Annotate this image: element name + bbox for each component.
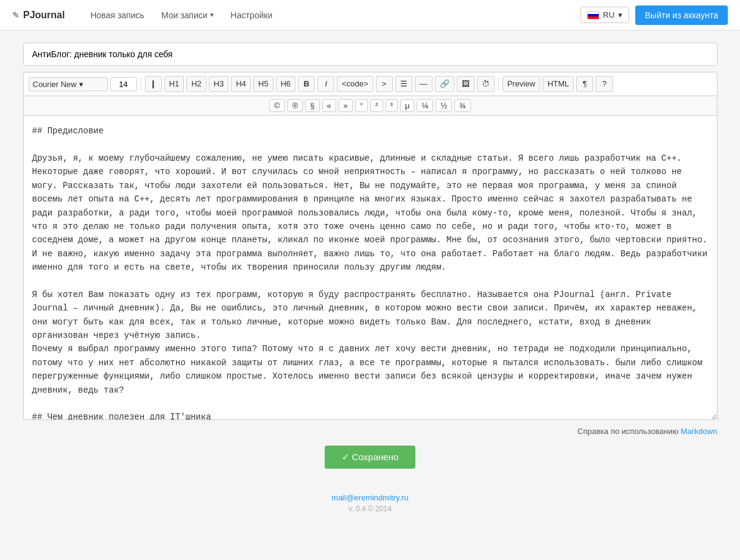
editor-footer: Справка по использованию Markdown	[23, 427, 717, 436]
footer-version: v. 0.4 © 2014	[23, 505, 717, 513]
char-btn-registered[interactable]: ®	[287, 99, 303, 112]
toolbar-btn-paragraph[interactable]: ¶	[576, 76, 593, 92]
char-btn-section[interactable]: §	[305, 99, 319, 112]
navbar-right: RU ▾ Выйти из аккаунта	[580, 5, 728, 25]
chevron-down-icon: ▾	[618, 10, 622, 19]
font-name-label: Courier New	[33, 80, 77, 89]
toolbar-btn-list[interactable]: ☰	[395, 76, 412, 92]
toolbar-btn-blockquote[interactable]: >	[376, 76, 393, 92]
char-btn-quarter[interactable]: ¼	[417, 99, 433, 112]
brand-logo[interactable]: ✎ PJournal	[12, 10, 65, 21]
toolbar-btn-h1[interactable]: H1	[164, 76, 185, 92]
char-btn-squared[interactable]: ²	[370, 99, 382, 112]
toolbar-btn-datetime[interactable]: ⏱	[477, 76, 495, 92]
lang-label: RU	[603, 10, 615, 19]
language-selector[interactable]: RU ▾	[580, 7, 629, 23]
toolbar-btn-h5[interactable]: H5	[253, 76, 273, 92]
char-btn-threequarters[interactable]: ¾	[454, 99, 471, 112]
char-btn-copyright[interactable]: ©	[269, 99, 285, 112]
toolbar-btn-help[interactable]: ?	[596, 76, 613, 92]
navbar: ✎ PJournal Новая запись Мои записи Настр…	[0, 0, 740, 30]
special-chars-bar: © ® § « » ° ² ³ μ ¼ ½ ¾	[23, 96, 717, 116]
char-btn-mu[interactable]: μ	[400, 99, 415, 112]
toolbar-btn-indent[interactable]: ❙	[145, 76, 162, 92]
pencil-icon: ✎	[12, 10, 19, 20]
save-button[interactable]: ✓ Сохранено	[325, 446, 416, 469]
flag-icon	[587, 11, 599, 19]
toolbar-btn-preview[interactable]: Preview	[502, 76, 540, 92]
toolbar-btn-h2[interactable]: H2	[186, 76, 206, 92]
char-btn-half[interactable]: ½	[435, 99, 452, 112]
toolbar-btn-html[interactable]: HTML	[543, 76, 574, 92]
toolbar-btn-code[interactable]: <code>	[337, 76, 373, 92]
toolbar-btn-link[interactable]: 🔗	[435, 76, 454, 92]
toolbar-btn-bold[interactable]: B	[298, 76, 315, 92]
char-btn-laquo[interactable]: «	[322, 99, 336, 112]
nav-new-entry[interactable]: Новая запись	[83, 5, 151, 25]
font-dropdown-arrow: ▾	[79, 80, 83, 89]
page-footer: mail@eremindmitry.ru v. 0.4 © 2014	[23, 493, 717, 531]
editor-toolbar: Courier New ▾ ❙ H1 H2 H3 H4 H5 H6 B I <c…	[23, 72, 717, 96]
toolbar-btn-image[interactable]: 🖼	[457, 76, 474, 92]
brand-name: PJournal	[23, 10, 65, 21]
toolbar-btn-h6[interactable]: H6	[276, 76, 296, 92]
char-btn-degree[interactable]: °	[355, 99, 368, 112]
main-container: Courier New ▾ ❙ H1 H2 H3 H4 H5 H6 B I <c…	[11, 43, 730, 531]
nav-settings[interactable]: Настройки	[224, 5, 280, 25]
markdown-help-text: Справка по использованию	[577, 427, 678, 436]
footer-email-link[interactable]: mail@eremindmitry.ru	[331, 493, 408, 502]
save-section: ✓ Сохранено	[23, 446, 717, 469]
font-size-input[interactable]	[110, 77, 137, 91]
char-btn-cubed[interactable]: ³	[386, 99, 398, 112]
nav-my-entries[interactable]: Мои записи	[154, 5, 221, 25]
font-selector[interactable]: Courier New ▾	[29, 77, 108, 91]
toolbar-btn-italic[interactable]: I	[317, 76, 334, 92]
toolbar-btn-hr[interactable]: —	[415, 76, 432, 92]
toolbar-sep-2	[498, 78, 499, 90]
toolbar-btn-h4[interactable]: H4	[231, 76, 251, 92]
title-input[interactable]	[23, 43, 717, 66]
nav-menu: Новая запись Мои записи Настройки	[83, 5, 280, 25]
toolbar-btn-h3[interactable]: H3	[209, 76, 229, 92]
char-btn-raquo[interactable]: »	[339, 99, 353, 112]
markdown-help-link[interactable]: Markdown	[681, 427, 717, 436]
logout-button[interactable]: Выйти из аккаунта	[635, 5, 728, 25]
toolbar-sep-1	[141, 78, 141, 90]
editor-textarea[interactable]: ## Предисловие Друзья, я, к моему глубоч…	[23, 116, 717, 420]
